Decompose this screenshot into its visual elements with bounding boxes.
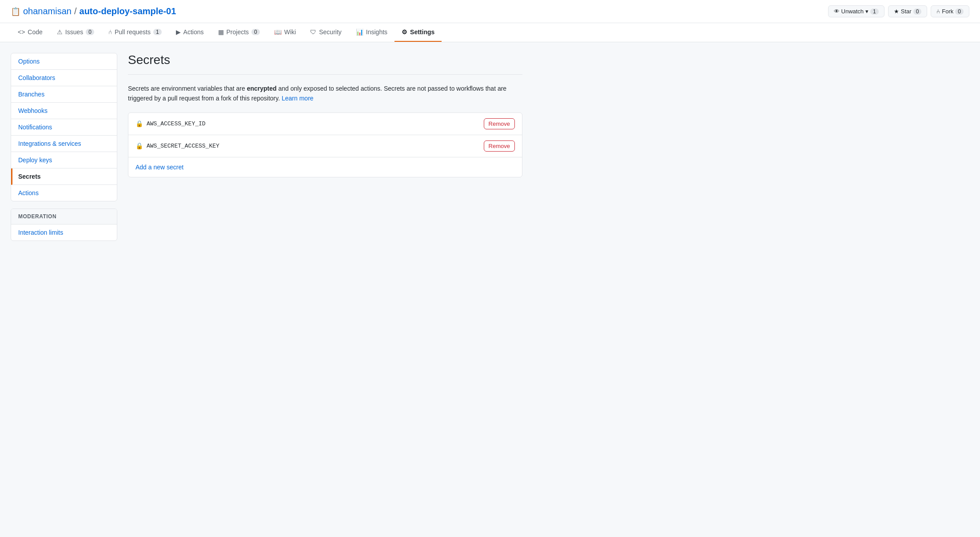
description-bold: encrypted (247, 85, 277, 92)
projects-icon: ▦ (218, 28, 224, 36)
moderation-header: Moderation (11, 209, 117, 224)
page-title: Secrets (128, 53, 522, 75)
sidebar-item-deploy-keys[interactable]: Deploy keys (11, 152, 117, 168)
lock-icon-aws-access-key: 🔒 (135, 120, 143, 128)
top-bar: 📋 ohanamisan / auto-deploy-sample-01 👁 U… (0, 0, 980, 23)
pull-requests-icon: ⑃ (108, 28, 112, 36)
tab-security-label: Security (319, 28, 342, 36)
fork-icon: ⑃ (936, 8, 940, 15)
remove-aws-access-key-button[interactable]: Remove (484, 118, 515, 129)
sidebar-item-secrets[interactable]: Secrets (11, 168, 117, 185)
sidebar-item-integrations[interactable]: Integrations & services (11, 136, 117, 152)
unwatch-button[interactable]: 👁 Unwatch ▾ 1 (828, 5, 884, 17)
tab-actions-label: Actions (183, 28, 204, 36)
repo-owner[interactable]: ohanamisan (23, 6, 72, 16)
sidebar-item-options[interactable]: Options (11, 53, 117, 70)
star-button[interactable]: ★ Star 0 (888, 5, 928, 17)
sidebar-item-webhooks[interactable]: Webhooks (11, 103, 117, 119)
tab-code-label: Code (28, 28, 42, 36)
repo-actions: 👁 Unwatch ▾ 1 ★ Star 0 ⑃ Fork 0 (828, 5, 969, 17)
projects-badge: 0 (251, 29, 260, 35)
unwatch-count: 1 (870, 8, 879, 15)
sidebar-item-notifications[interactable]: Notifications (11, 119, 117, 136)
secret-row-aws-secret-key: 🔒 AWS_SECRET_ACCESS_KEY Remove (128, 135, 522, 157)
security-icon: 🛡 (310, 28, 316, 36)
remove-aws-secret-key-button[interactable]: Remove (484, 140, 515, 152)
repo-separator: / (74, 6, 77, 16)
tab-projects[interactable]: ▦ Projects 0 (211, 23, 267, 42)
sidebar-moderation-section: Moderation Interaction limits (11, 208, 117, 241)
tab-issues[interactable]: ⚠ Issues 0 (50, 23, 101, 42)
tab-code[interactable]: <> Code (11, 23, 50, 42)
repo-icon: 📋 (11, 7, 20, 16)
add-secret-row: Add a new secret (128, 157, 522, 177)
insights-icon: 📊 (356, 28, 363, 36)
tab-projects-label: Projects (227, 28, 249, 36)
secret-name-aws-secret-key: 🔒 AWS_SECRET_ACCESS_KEY (135, 142, 219, 150)
tab-pull-requests-label: Pull requests (115, 28, 151, 36)
issues-badge: 0 (86, 29, 94, 35)
code-icon: <> (18, 28, 25, 36)
lock-icon-aws-secret-key: 🔒 (135, 142, 143, 150)
page-content: Options Collaborators Branches Webhooks … (0, 42, 533, 259)
main-area: Secrets Secrets are environment variable… (128, 53, 522, 248)
issues-icon: ⚠ (57, 28, 63, 36)
tab-actions[interactable]: ▶ Actions (169, 23, 211, 42)
repo-title: 📋 ohanamisan / auto-deploy-sample-01 (11, 6, 176, 16)
tab-insights-label: Insights (366, 28, 387, 36)
star-icon: ★ (894, 8, 899, 15)
sidebar-item-collaborators[interactable]: Collaborators (11, 70, 117, 86)
tab-insights[interactable]: 📊 Insights (349, 23, 394, 42)
secret-label-aws-access-key: AWS_ACCESS_KEY_ID (147, 120, 206, 127)
tab-security[interactable]: 🛡 Security (303, 23, 349, 42)
unwatch-label: Unwatch (841, 8, 864, 15)
unwatch-dropdown-icon: ▾ (865, 8, 868, 15)
tab-pull-requests[interactable]: ⑃ Pull requests 1 (101, 23, 169, 42)
tab-wiki-label: Wiki (284, 28, 296, 36)
sidebar: Options Collaborators Branches Webhooks … (11, 53, 117, 248)
star-count: 0 (913, 8, 922, 15)
secrets-list: 🔒 AWS_ACCESS_KEY_ID Remove 🔒 AWS_SECRET_… (128, 112, 522, 177)
description-before: Secrets are environment variables that a… (128, 85, 247, 92)
wiki-icon: 📖 (274, 28, 282, 36)
fork-label: Fork (942, 8, 953, 15)
sidebar-main-section: Options Collaborators Branches Webhooks … (11, 53, 117, 201)
pull-requests-badge: 1 (153, 29, 162, 35)
sidebar-item-actions[interactable]: Actions (11, 185, 117, 201)
eye-icon: 👁 (834, 8, 840, 15)
actions-icon: ▶ (176, 28, 181, 36)
tab-issues-label: Issues (65, 28, 83, 36)
tab-settings[interactable]: ⚙ Settings (394, 23, 442, 42)
add-secret-link[interactable]: Add a new secret (135, 164, 183, 171)
fork-button[interactable]: ⑃ Fork 0 (931, 5, 969, 17)
sidebar-item-interaction-limits[interactable]: Interaction limits (11, 224, 117, 240)
secret-label-aws-secret-key: AWS_SECRET_ACCESS_KEY (147, 143, 219, 149)
fork-count: 0 (955, 8, 964, 15)
star-label: Star (901, 8, 912, 15)
tab-wiki[interactable]: 📖 Wiki (267, 23, 303, 42)
tab-settings-label: Settings (410, 28, 434, 36)
secret-name-aws-access-key: 🔒 AWS_ACCESS_KEY_ID (135, 120, 206, 128)
secret-row-aws-access-key: 🔒 AWS_ACCESS_KEY_ID Remove (128, 113, 522, 135)
repo-name[interactable]: auto-deploy-sample-01 (80, 6, 176, 16)
secrets-description: Secrets are environment variables that a… (128, 84, 522, 104)
settings-icon: ⚙ (402, 28, 407, 36)
learn-more-link[interactable]: Learn more (282, 95, 314, 102)
sidebar-item-branches[interactable]: Branches (11, 86, 117, 103)
nav-tabs: <> Code ⚠ Issues 0 ⑃ Pull requests 1 ▶ A… (0, 23, 980, 42)
